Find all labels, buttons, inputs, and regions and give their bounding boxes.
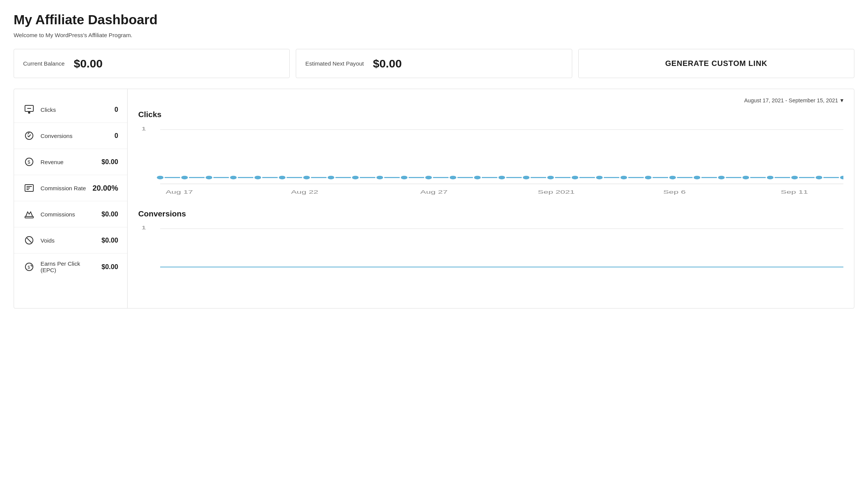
svg-point-46 <box>644 175 652 180</box>
date-range-picker[interactable]: August 17, 2021 - September 15, 2021 <box>138 97 843 104</box>
conversions-chart-title: Conversions <box>138 209 843 218</box>
stat-row-commissions: Commissions$0.00 <box>14 201 127 227</box>
voids-label: Voids <box>41 237 96 244</box>
svg-point-38 <box>449 175 457 180</box>
chart-area: August 17, 2021 - September 15, 2021 Cli… <box>128 89 854 308</box>
epc-icon: $ <box>23 261 35 273</box>
svg-point-37 <box>425 175 432 180</box>
svg-text:1: 1 <box>141 226 146 230</box>
svg-point-33 <box>327 175 335 180</box>
svg-point-28 <box>205 175 213 180</box>
svg-text:1: 1 <box>141 126 146 132</box>
conversions-chart: 1 <box>138 222 843 275</box>
svg-point-32 <box>303 175 311 180</box>
svg-text:Sep 2021: Sep 2021 <box>538 189 575 194</box>
revenue-value: $0.00 <box>101 158 118 166</box>
main-panel: Clicks0 Conversions0 $ Revenue$0.00 Comm… <box>14 89 854 309</box>
date-range-label: August 17, 2021 - September 15, 2021 <box>744 97 838 103</box>
stat-row-commission-rate: Commission Rate20.00% <box>14 175 127 201</box>
svg-point-49 <box>718 175 726 180</box>
epc-value: $0.00 <box>101 263 118 271</box>
commission-rate-value: 20.00% <box>92 184 118 193</box>
svg-point-47 <box>669 175 677 180</box>
stat-row-epc: $ Earns Per Click (EPC)$0.00 <box>14 254 127 280</box>
current-balance-label: Current Balance <box>23 60 65 67</box>
clicks-chart: 1 Aug 17 Aug 22 Aug 27 Sep 2021 Sep 6 Se… <box>138 123 843 199</box>
voids-value: $0.00 <box>101 237 118 244</box>
commissions-value: $0.00 <box>101 210 118 218</box>
stat-row-revenue: $ Revenue$0.00 <box>14 149 127 175</box>
svg-text:Aug 22: Aug 22 <box>291 189 318 194</box>
date-range-chevron-icon <box>840 97 843 104</box>
top-cards: Current Balance $0.00 Estimated Next Pay… <box>14 49 854 78</box>
commission-rate-label: Commission Rate <box>41 185 87 191</box>
svg-point-48 <box>693 175 701 180</box>
svg-line-13 <box>27 238 31 243</box>
svg-point-35 <box>376 175 384 180</box>
svg-point-29 <box>229 175 237 180</box>
stats-sidebar: Clicks0 Conversions0 $ Revenue$0.00 Comm… <box>14 89 128 308</box>
estimated-payout-value: $0.00 <box>373 57 402 70</box>
current-balance-value: $0.00 <box>74 57 103 70</box>
clicks-chart-title: Clicks <box>138 110 843 119</box>
generate-custom-link-button[interactable]: GENERATE CUSTOM LINK <box>578 49 854 78</box>
svg-point-31 <box>278 175 286 180</box>
svg-point-50 <box>742 175 750 180</box>
svg-point-54 <box>840 175 843 180</box>
svg-point-42 <box>546 175 554 180</box>
svg-text:Sep 11: Sep 11 <box>781 189 808 194</box>
svg-point-26 <box>156 175 164 180</box>
svg-rect-11 <box>25 216 33 218</box>
svg-line-16 <box>31 265 32 266</box>
commissions-label: Commissions <box>41 211 96 218</box>
svg-point-43 <box>571 175 579 180</box>
conversions-label: Conversions <box>41 133 109 139</box>
svg-text:Aug 17: Aug 17 <box>165 189 193 194</box>
svg-point-45 <box>620 175 628 180</box>
svg-point-41 <box>522 175 530 180</box>
revenue-icon: $ <box>23 156 35 168</box>
welcome-text: Welcome to My WordPress's Affiliate Prog… <box>14 32 854 38</box>
stat-row-clicks: Clicks0 <box>14 97 127 123</box>
estimated-payout-card: Estimated Next Payout $0.00 <box>296 49 572 78</box>
svg-point-27 <box>181 175 189 180</box>
page-title: My Affiliate Dashboard <box>14 12 854 27</box>
commission-rate-icon <box>23 182 35 194</box>
estimated-payout-label: Estimated Next Payout <box>305 60 364 67</box>
conversions-value: 0 <box>114 132 118 140</box>
conversions-icon <box>23 130 35 142</box>
svg-point-51 <box>766 175 774 180</box>
current-balance-card: Current Balance $0.00 <box>14 49 290 78</box>
svg-text:$: $ <box>28 160 30 165</box>
svg-point-30 <box>254 175 262 180</box>
voids-icon <box>23 234 35 246</box>
svg-point-44 <box>595 175 603 180</box>
svg-point-36 <box>400 175 408 180</box>
stat-row-voids: Voids$0.00 <box>14 227 127 254</box>
svg-point-52 <box>791 175 799 180</box>
svg-point-39 <box>473 175 481 180</box>
svg-point-40 <box>498 175 506 180</box>
svg-text:Sep 6: Sep 6 <box>663 189 685 194</box>
svg-point-53 <box>815 175 823 180</box>
stat-row-conversions: Conversions0 <box>14 123 127 149</box>
svg-text:$: $ <box>28 265 30 269</box>
revenue-label: Revenue <box>41 159 96 165</box>
clicks-value: 0 <box>114 106 118 114</box>
clicks-label: Clicks <box>41 107 109 113</box>
clicks-icon <box>23 103 35 116</box>
generate-link-label: GENERATE CUSTOM LINK <box>665 59 767 68</box>
epc-label: Earns Per Click (EPC) <box>41 260 96 273</box>
svg-point-34 <box>351 175 359 180</box>
commissions-icon <box>23 208 35 220</box>
svg-text:Aug 27: Aug 27 <box>420 189 448 194</box>
